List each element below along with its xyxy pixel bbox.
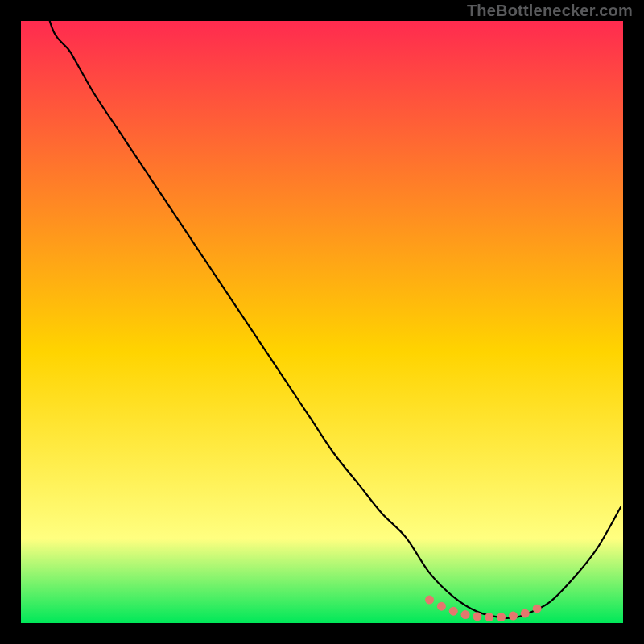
marker-dot [425,596,434,605]
marker-dot [533,605,542,613]
marker-dot [521,609,530,618]
marker-dot [485,613,493,621]
gradient-background [21,21,623,623]
marker-dot [473,612,481,621]
watermark-text: TheBottlenecker.com [467,2,633,20]
marker-dot [497,613,506,621]
marker-dot [509,612,518,621]
marker-dot [461,610,470,619]
marker-dot [437,602,446,611]
bottleneck-chart [0,0,644,644]
marker-dot [449,607,458,616]
stage: { "watermark": "TheBottlenecker.com", "c… [0,0,644,644]
